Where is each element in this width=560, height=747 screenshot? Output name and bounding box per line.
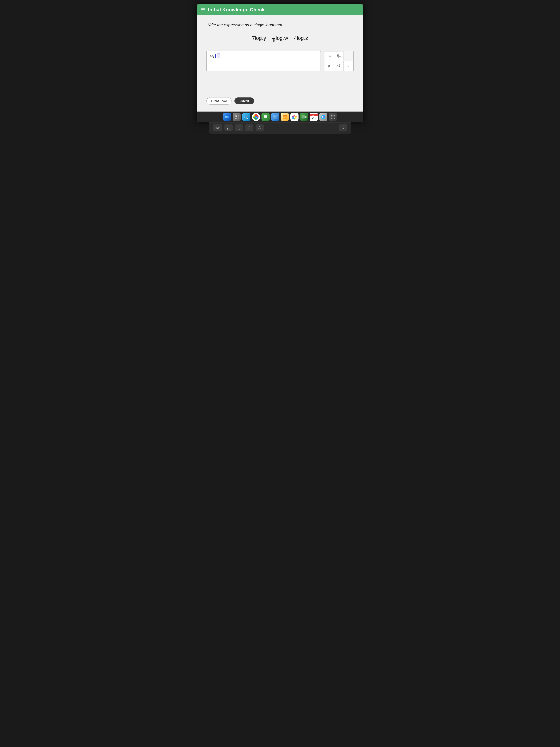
hamburger-menu-icon[interactable] <box>201 8 205 11</box>
spacer <box>207 76 353 90</box>
dock-item-apps[interactable] <box>329 113 337 121</box>
svg-rect-10 <box>236 117 237 117</box>
calendar-day: 25 <box>312 117 316 120</box>
screen: Initial Knowledge Check Write the expres… <box>197 4 363 122</box>
svg-rect-0 <box>337 54 338 56</box>
f1-icon: ☼ <box>228 126 229 127</box>
dock-item-safari[interactable] <box>242 113 250 121</box>
f2-label: F2 <box>238 128 240 130</box>
laptop-wrapper: Initial Knowledge Check Write the expres… <box>197 4 363 134</box>
answer-text-log: log <box>209 54 214 58</box>
dock-item-notes[interactable] <box>281 113 289 121</box>
answer-input-box[interactable]: log <box>207 51 321 71</box>
dock-item-chrome[interactable] <box>252 113 260 121</box>
svg-point-45 <box>332 117 334 118</box>
svg-point-49 <box>334 118 335 119</box>
esc-label: esc <box>216 126 220 129</box>
notes-icon <box>283 115 287 119</box>
undo-key[interactable]: ↺ <box>334 61 344 71</box>
messages-icon <box>263 114 268 119</box>
calendar-month: OCT <box>310 114 318 117</box>
dock-item-finder[interactable]: F <box>223 113 231 121</box>
f5-icon: 🎤 <box>342 126 344 127</box>
svg-rect-11 <box>238 117 239 117</box>
svg-rect-2 <box>337 57 338 58</box>
superscript-key[interactable]: □□ <box>324 51 334 61</box>
dont-know-button[interactable]: I Don't Know <box>207 97 232 104</box>
f4-label: F4 <box>258 127 261 130</box>
svg-point-36 <box>294 116 295 118</box>
main-content: Write the expression as a single logarit… <box>197 15 363 111</box>
delete-key[interactable]: × <box>324 61 334 71</box>
facetime-icon <box>301 115 307 119</box>
page-title: Initial Knowledge Check <box>208 7 265 12</box>
math-keyboard: □□ × ↺ ? <box>324 51 353 71</box>
fraction-key[interactable] <box>334 51 344 61</box>
dock-item-siri[interactable]: S <box>319 113 327 121</box>
sub-c-1: c <box>262 38 264 42</box>
photos-icon <box>292 114 297 120</box>
f2-key[interactable]: ☼ F2 <box>235 124 243 131</box>
svg-rect-8 <box>238 115 239 116</box>
f4-icon: 🔍 <box>259 126 261 127</box>
dock-item-photos[interactable] <box>290 113 298 121</box>
bottom-actions: I Don't Know Submit <box>207 94 353 106</box>
svg-point-46 <box>334 117 335 118</box>
input-cursor-box <box>217 54 220 58</box>
svg-point-43 <box>334 115 335 116</box>
app-header: Initial Knowledge Check <box>197 4 363 15</box>
svg-rect-37 <box>302 115 305 119</box>
svg-point-41 <box>331 115 332 116</box>
dock-item-launchpad[interactable] <box>233 113 241 121</box>
f3-label: F3 <box>248 127 250 130</box>
help-key[interactable]: ? <box>344 61 353 71</box>
svg-point-42 <box>332 115 334 116</box>
safari-icon <box>244 114 249 119</box>
apps-grid-icon <box>331 115 335 119</box>
math-expression: 7logcy − 1 5 logcw + 4logcz <box>207 34 353 43</box>
svg-point-47 <box>331 118 332 119</box>
esc-key[interactable]: esc <box>213 124 222 131</box>
f1-label: F1 <box>227 128 230 130</box>
dock-bar: F <box>197 111 363 122</box>
svg-point-44 <box>331 117 332 118</box>
f2-icon: ☼ <box>238 126 239 127</box>
f5-key[interactable]: 🎤 F5 <box>339 124 347 131</box>
f4-key[interactable]: 🔍 F4 <box>256 124 264 131</box>
finder-icon: F <box>224 114 230 119</box>
svg-rect-14 <box>238 118 239 119</box>
svg-rect-27 <box>283 115 287 116</box>
cursor-blink <box>215 54 216 58</box>
dock-item-facetime[interactable] <box>300 113 308 121</box>
answer-area: log □□ <box>207 51 353 71</box>
svg-rect-9 <box>235 117 236 117</box>
svg-marker-38 <box>305 115 306 118</box>
svg-rect-13 <box>236 118 237 119</box>
f3-icon: ⊞ <box>248 126 250 127</box>
svg-point-48 <box>332 118 334 119</box>
fraction-icon <box>336 54 341 59</box>
keyboard-row: esc ☼ F1 ☼ F2 ⊞ F3 🔍 F4 🎤 F5 <box>209 122 351 134</box>
svg-text:S: S <box>322 116 323 118</box>
dock-item-messages[interactable] <box>262 113 270 121</box>
submit-button[interactable]: Submit <box>235 98 254 104</box>
answer-input-content: log <box>209 54 220 58</box>
svg-text:F: F <box>226 116 227 118</box>
svg-rect-7 <box>236 115 237 116</box>
dock-item-calendar[interactable]: OCT 25 <box>310 113 318 121</box>
svg-rect-6 <box>235 115 236 116</box>
f3-key[interactable]: ⊞ F3 <box>245 124 254 131</box>
fraction-one-fifth: 1 5 <box>272 34 275 43</box>
svg-rect-12 <box>235 118 236 119</box>
mail-icon <box>273 115 277 119</box>
chrome-icon <box>253 114 259 120</box>
siri-icon: S <box>321 115 325 119</box>
svg-point-24 <box>255 116 257 118</box>
svg-rect-25 <box>273 115 277 119</box>
f1-key[interactable]: ☼ F1 <box>224 124 233 131</box>
dock-item-mail[interactable] <box>271 113 279 121</box>
sub-c-3: c <box>304 38 305 42</box>
empty-key-1 <box>344 51 353 61</box>
sub-c-2: c <box>283 38 284 42</box>
launchpad-icon <box>235 115 239 119</box>
